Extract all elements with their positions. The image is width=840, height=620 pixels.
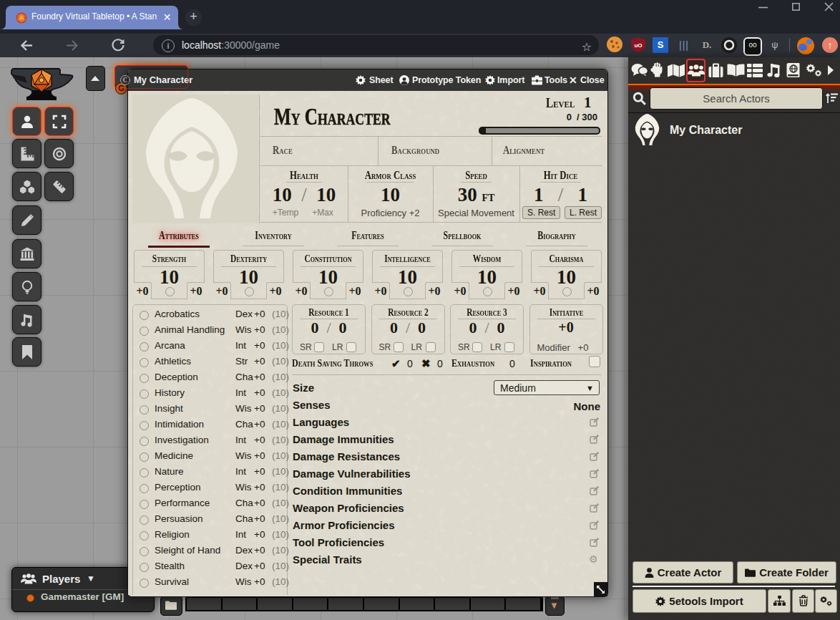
svg-text:uO: uO	[634, 42, 642, 49]
